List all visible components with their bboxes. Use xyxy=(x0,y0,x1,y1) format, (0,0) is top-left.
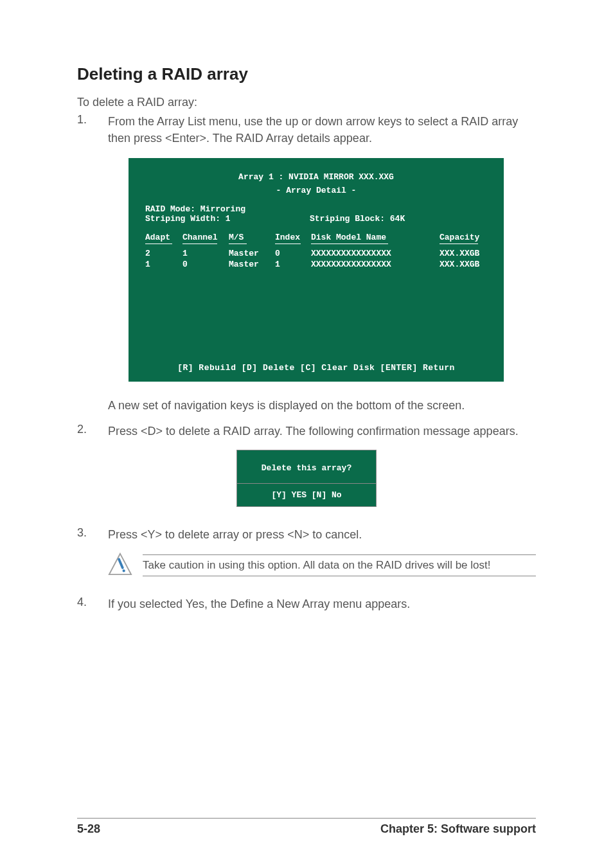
cell-ms: Master xyxy=(229,260,275,269)
alert-divider-top xyxy=(143,554,536,555)
step-number: 4. xyxy=(77,596,108,612)
col-model-header: Disk Model Name xyxy=(311,233,440,242)
step-3: 3. Press <Y> to delete array or press <N… xyxy=(77,526,536,543)
warning-triangle-icon xyxy=(108,552,132,579)
page-number: 5-28 xyxy=(77,822,100,836)
alert-text-wrap: Take caution in using this option. All d… xyxy=(143,554,536,576)
step-number: 1. xyxy=(77,113,108,146)
step-2: 2. Press <D> to delete a RAID array. The… xyxy=(77,423,536,439)
cell-adapt: 2 xyxy=(145,249,182,258)
step-4: 4. If you selected Yes, the Define a New… xyxy=(77,596,536,612)
cell-ms: Master xyxy=(229,249,275,258)
confirm-dialog: Delete this array? [Y] YES [N] No xyxy=(236,450,377,507)
steps-list-2: 2. Press <D> to delete a RAID array. The… xyxy=(77,423,536,439)
section-heading: Deleting a RAID array xyxy=(77,64,536,84)
cell-model: XXXXXXXXXXXXXXXX xyxy=(311,249,440,258)
terminal-header: Array 1 : NVIDIA MIRROR XXX.XXG - Array … xyxy=(131,161,501,204)
steps-list-4: 4. If you selected Yes, the Define a New… xyxy=(77,596,536,612)
footer-row: 5-28 Chapter 5: Software support xyxy=(77,822,536,836)
terminal-table-header: Adapt Channel M/S Index Disk Model Name … xyxy=(145,233,487,242)
cell-channel: 1 xyxy=(182,249,229,258)
chapter-title: Chapter 5: Software support xyxy=(380,822,536,836)
footer-divider xyxy=(77,818,536,819)
step-text: Press <Y> to delete array or press <N> t… xyxy=(108,526,362,543)
col-channel-header: Channel xyxy=(182,233,229,242)
col-adapt-header: Adapt xyxy=(145,233,182,242)
table-row: 1 0 Master 1 XXXXXXXXXXXXXXXX XXX.XXGB xyxy=(145,260,487,269)
col-ms-header: M/S xyxy=(229,233,275,242)
alert-divider-bottom xyxy=(143,576,536,576)
steps-list-3: 3. Press <Y> to delete array or press <N… xyxy=(77,526,536,543)
striping-width: Striping Width: 1 xyxy=(145,214,310,224)
confirm-options: [Y] YES [N] No xyxy=(236,483,377,507)
cell-index: 0 xyxy=(275,249,311,258)
striping-row: Striping Width: 1 Striping Block: 64K xyxy=(145,214,487,224)
col-capacity-header: Capacity xyxy=(440,233,484,242)
cell-model: XXXXXXXXXXXXXXXX xyxy=(311,260,440,269)
step-number: 3. xyxy=(77,526,108,543)
terminal-title-1: Array 1 : NVIDIA MIRROR XXX.XXG xyxy=(131,171,501,184)
terminal-footer: [R] Rebuild [D] Delete [C] Clear Disk [E… xyxy=(131,358,501,379)
cell-channel: 0 xyxy=(182,260,229,269)
step-text: From the Array List menu, use the up or … xyxy=(108,113,536,146)
cell-adapt: 1 xyxy=(145,260,182,269)
page-footer: 5-28 Chapter 5: Software support xyxy=(77,818,536,836)
steps-list: 1. From the Array List menu, use the up … xyxy=(77,113,536,146)
cell-capacity: XXX.XXGB xyxy=(440,249,484,258)
terminal-screenshot: Array 1 : NVIDIA MIRROR XXX.XXG - Array … xyxy=(129,158,504,382)
terminal-spacer xyxy=(145,270,487,354)
cell-capacity: XXX.XXGB xyxy=(440,260,484,269)
confirm-question: Delete this array? xyxy=(236,450,377,483)
step-1-continued: A new set of navigation keys is displaye… xyxy=(108,397,536,414)
striping-block: Striping Block: 64K xyxy=(310,214,405,224)
alert-row: Take caution in using this option. All d… xyxy=(108,552,536,579)
terminal-body: RAID Mode: Mirroring Striping Width: 1 S… xyxy=(131,204,501,358)
raid-mode-line: RAID Mode: Mirroring xyxy=(145,204,487,214)
col-index-header: Index xyxy=(275,233,311,242)
terminal-title-2: - Array Detail - xyxy=(131,184,501,198)
step-1: 1. From the Array List menu, use the up … xyxy=(77,113,536,146)
svg-point-1 xyxy=(123,569,125,572)
step-number: 2. xyxy=(77,423,108,439)
intro-text: To delete a RAID array: xyxy=(77,96,536,109)
cell-index: 1 xyxy=(275,260,311,269)
table-row: 2 1 Master 0 XXXXXXXXXXXXXXXX XXX.XXGB xyxy=(145,249,487,258)
step-text: If you selected Yes, the Define a New Ar… xyxy=(108,596,410,612)
alert-text: Take caution in using this option. All d… xyxy=(143,559,536,572)
step-text: Press <D> to delete a RAID array. The fo… xyxy=(108,423,519,439)
